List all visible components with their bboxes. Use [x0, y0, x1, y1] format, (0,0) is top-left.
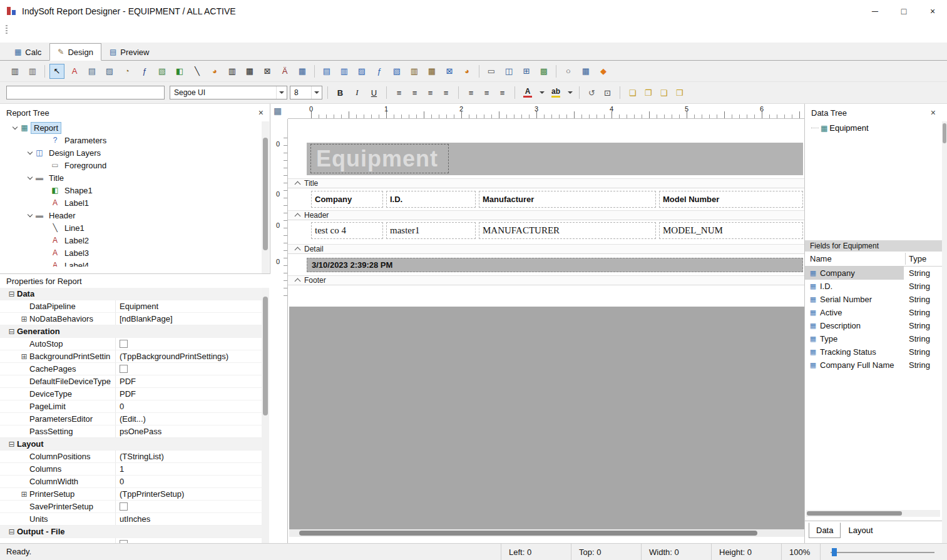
bold-button[interactable]: B [333, 86, 347, 100]
subreport-tool-button[interactable]: ◫ [501, 64, 516, 79]
property-value[interactable] [115, 338, 262, 350]
variable-tool-button[interactable]: ƒ [137, 64, 152, 79]
band-separator-detail[interactable]: Detail [288, 244, 804, 254]
field-row-id[interactable]: ▦ I.D. String [805, 280, 942, 293]
bring-to-front-button[interactable]: ❏ [625, 86, 640, 100]
pageimage-tool-button[interactable]: ▩ [536, 64, 551, 79]
expand-icon[interactable]: ⊞ [20, 315, 28, 323]
scrollbar-thumb[interactable] [263, 297, 268, 415]
property-value[interactable]: utInches [115, 513, 262, 525]
property-value[interactable]: psOnePass [115, 425, 262, 437]
page-layout-button[interactable]: ▥ [25, 64, 40, 79]
header-cell[interactable]: Manufacturer [479, 191, 656, 208]
property-parameterseditor[interactable]: ParametersEditor (Edit...) [0, 413, 262, 425]
datatree-tab-data[interactable]: Data [809, 522, 841, 538]
column-name-header[interactable]: Name [810, 254, 832, 263]
property-value[interactable]: (TppPrinterSetup) [115, 488, 262, 500]
align-right-button[interactable]: ≡ [423, 86, 438, 100]
dbrichtext-tool-button[interactable]: ▨ [354, 64, 369, 79]
band-separator-header[interactable]: Header [288, 210, 804, 220]
zoom-slider-thumb[interactable] [832, 548, 837, 556]
property-devicetype[interactable]: DeviceType PDF [0, 388, 262, 400]
rotate-text-button[interactable]: ↺ [585, 86, 599, 100]
border-style-button[interactable]: ⊡ [600, 86, 615, 100]
header-cell[interactable]: Company [311, 191, 383, 208]
property-printersetup[interactable]: ⊞ PrinterSetup (TppPrinterSetup) [0, 488, 262, 501]
checkbox-tool-button[interactable]: ⊠ [260, 64, 275, 79]
highlight-color-dropdown[interactable] [566, 86, 574, 100]
expand-icon[interactable] [20, 515, 28, 523]
expand-icon[interactable]: ⊟ [8, 290, 16, 298]
expand-icon[interactable] [20, 340, 28, 348]
data-tree-scrollbar[interactable] [942, 121, 947, 543]
bring-forward-button[interactable]: ❑ [657, 86, 671, 100]
tree-item-title[interactable]: ▬ Title [0, 171, 262, 184]
underline-button[interactable]: U [367, 86, 381, 100]
font-size-combo[interactable]: 8 [290, 86, 322, 99]
close-icon[interactable]: × [259, 108, 264, 118]
property-pagelimit[interactable]: PageLimit 0 [0, 400, 262, 413]
expand-icon[interactable] [20, 365, 28, 373]
detail-cell[interactable]: MANUFACTURER [479, 222, 656, 239]
property-value[interactable] [65, 526, 262, 537]
datatree-tab-layout[interactable]: Layout [841, 522, 880, 538]
image-tool-button[interactable]: ▧ [155, 64, 170, 79]
maximize-button[interactable]: □ [889, 0, 918, 23]
report-outline-button[interactable]: ▥ [8, 64, 23, 79]
tree-item-shape1[interactable]: ◧ Shape1 [0, 184, 262, 196]
column-type-header[interactable]: Type [909, 254, 926, 263]
tree-item-design-layers[interactable]: ◫ Design Layers [0, 146, 262, 159]
tab-design[interactable]: ✎ Design [49, 43, 101, 61]
expand-icon[interactable] [20, 390, 28, 398]
properties-scrollbar[interactable] [262, 288, 269, 543]
tree-item-line1[interactable]: ╲ Line1 [0, 221, 262, 234]
barcode-tool-button[interactable]: ▥ [225, 64, 240, 79]
expand-chevron-icon[interactable] [25, 173, 34, 183]
close-icon[interactable]: × [931, 108, 936, 118]
align-justify-button[interactable]: ≡ [439, 86, 453, 100]
property-group-generation[interactable]: ⊟ Generation [0, 325, 262, 338]
expand-icon[interactable]: ⊞ [20, 490, 28, 498]
expand-icon[interactable] [20, 402, 28, 410]
font-color-dropdown[interactable] [538, 86, 546, 100]
property-columnwidth[interactable]: ColumnWidth 0 [0, 476, 262, 488]
property-value[interactable] [115, 538, 262, 543]
property-value[interactable]: [ndBlankPage] [115, 313, 262, 325]
title-band-shape[interactable]: Equipment [307, 143, 803, 175]
align-left-button[interactable]: ≡ [392, 86, 406, 100]
property-value[interactable]: 0 [115, 476, 262, 487]
expand-icon[interactable] [20, 502, 28, 511]
expand-chevron-icon[interactable] [10, 123, 19, 133]
tab-calc[interactable]: ▦ Calc [6, 43, 49, 61]
close-button[interactable]: × [918, 0, 947, 23]
grid-tool-button[interactable]: ▦ [295, 64, 310, 79]
expand-chevron-icon[interactable] [25, 211, 34, 220]
style-input[interactable] [6, 86, 165, 99]
dbimage-tool-button[interactable]: ▧ [389, 64, 404, 79]
dbcalc-tool-button[interactable]: ƒ [372, 64, 387, 79]
expand-icon[interactable]: ⊞ [20, 352, 28, 360]
detail-cell[interactable]: test co 4 [311, 222, 383, 239]
tab-preview[interactable]: ▤ Preview [101, 43, 158, 61]
property-defaultfiledevicetype[interactable]: DefaultFileDeviceType PDF [0, 375, 262, 388]
tree-item-label3[interactable]: A Label3 [0, 247, 262, 259]
tree-item-report[interactable]: ▦ Report [0, 121, 262, 134]
property-passsetting[interactable]: PassSetting psOnePass [0, 425, 262, 438]
scrollbar-thumb[interactable] [943, 123, 946, 143]
property-value[interactable] [34, 288, 262, 300]
property-backgroundprintsettings[interactable]: ⊞ BackgroundPrintSettin (TppBackgroundPr… [0, 350, 262, 363]
property-value[interactable]: 1 [115, 463, 262, 475]
dbbarcode2d-tool-button[interactable]: ▦ [424, 64, 439, 79]
property-value[interactable]: PDF [115, 375, 262, 387]
expand-icon[interactable] [20, 415, 28, 423]
tree-item-foreground[interactable]: ▭ Foreground [0, 159, 262, 171]
field-row-type[interactable]: ▦ Type String [805, 332, 942, 345]
expand-icon[interactable]: ⊟ [8, 440, 16, 448]
dbtext-tool-button[interactable]: ▤ [319, 64, 334, 79]
field-row-company-full-name[interactable]: ▦ Company Full Name String [805, 359, 942, 372]
expand-chevron-icon[interactable] [25, 148, 34, 158]
tree-item-header[interactable]: ▬ Header [0, 209, 262, 221]
property-columnpositions[interactable]: ColumnPositions (TStringList) [0, 451, 262, 463]
line-tool-button[interactable]: ╲ [190, 64, 205, 79]
property-group-output-file[interactable]: ⊟ Output - File [0, 526, 262, 538]
